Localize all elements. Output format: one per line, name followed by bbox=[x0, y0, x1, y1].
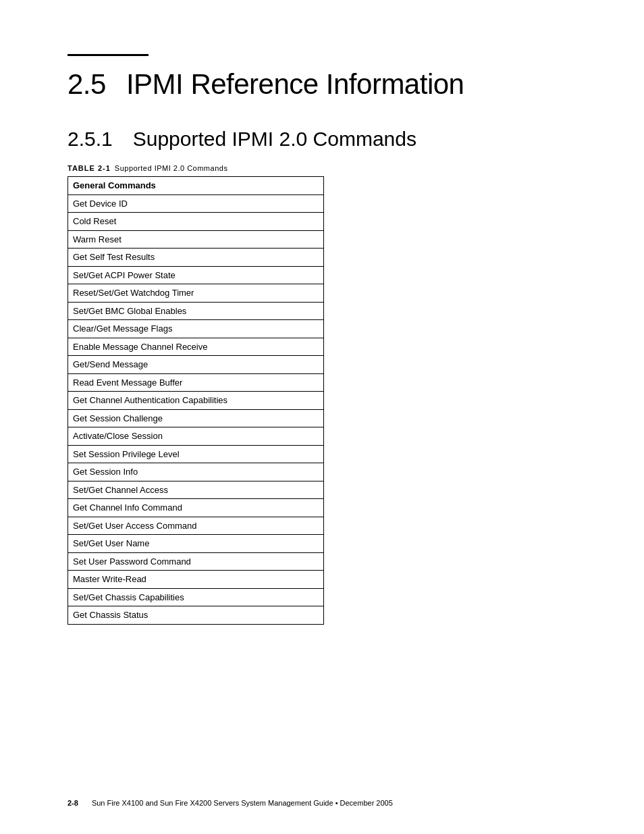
table-row: Activate/Close Session bbox=[68, 427, 324, 446]
page-container: 2.5IPMI Reference Information 2.5.1Suppo… bbox=[0, 0, 644, 665]
table-row: Set/Get Chassis Capabilities bbox=[68, 588, 324, 606]
table-row: Set/Get User Name bbox=[68, 535, 324, 553]
table-cell: Get Channel Info Command bbox=[68, 499, 324, 517]
table-cell: Set/Get ACPI Power State bbox=[68, 266, 324, 284]
section-title: 2.5.1Supported IPMI 2.0 Commands bbox=[68, 128, 576, 151]
table-cell: Reset/Set/Get Watchdog Timer bbox=[68, 284, 324, 303]
table-cell: Set Session Privilege Level bbox=[68, 445, 324, 463]
table-cell: Get Session Info bbox=[68, 463, 324, 481]
table-row: Get Chassis Status bbox=[68, 606, 324, 625]
table-cell: Get Channel Authentication Capabilities bbox=[68, 392, 324, 410]
section-title-text: Supported IPMI 2.0 Commands bbox=[133, 128, 417, 150]
chapter-title-text: IPMI Reference Information bbox=[126, 68, 464, 100]
table-cell: Warm Reset bbox=[68, 230, 324, 249]
table-cell: Cold Reset bbox=[68, 213, 324, 231]
table-row: Get Session Challenge bbox=[68, 409, 324, 427]
table-cell: Read Event Message Buffer bbox=[68, 373, 324, 392]
table-cell: Set User Password Command bbox=[68, 552, 324, 571]
chapter-title: 2.5IPMI Reference Information bbox=[68, 68, 576, 101]
top-rule bbox=[68, 54, 149, 56]
table-row: Reset/Set/Get Watchdog Timer bbox=[68, 284, 324, 303]
table-row: Master Write-Read bbox=[68, 571, 324, 589]
table-cell: Get Device ID bbox=[68, 194, 324, 213]
table-row: Set/Get Channel Access bbox=[68, 481, 324, 499]
table-caption-label: TABLE 2-1 bbox=[68, 164, 111, 172]
table-header: General Commands bbox=[68, 177, 324, 195]
table-row: Get Session Info bbox=[68, 463, 324, 481]
section-num: 2.5.1 bbox=[68, 128, 113, 150]
table-row: Read Event Message Buffer bbox=[68, 373, 324, 392]
table-cell: Get Session Challenge bbox=[68, 409, 324, 427]
table-cell: Set/Get Channel Access bbox=[68, 481, 324, 499]
table-cell: Enable Message Channel Receive bbox=[68, 338, 324, 356]
table-cell: Set/Get User Name bbox=[68, 535, 324, 553]
table-row: Clear/Get Message Flags bbox=[68, 320, 324, 338]
table-row: Cold Reset bbox=[68, 213, 324, 231]
table-cell: Set/Get User Access Command bbox=[68, 517, 324, 535]
table-cell: Get/Send Message bbox=[68, 356, 324, 374]
table-row: Enable Message Channel Receive bbox=[68, 338, 324, 356]
table-row: Set Session Privilege Level bbox=[68, 445, 324, 463]
table-cell: Get Self Test Results bbox=[68, 249, 324, 267]
table-row: Get Channel Info Command bbox=[68, 499, 324, 517]
table-row: Get Channel Authentication Capabilities bbox=[68, 392, 324, 410]
table-cell: Clear/Get Message Flags bbox=[68, 320, 324, 338]
commands-table: General CommandsGet Device IDCold ResetW… bbox=[68, 176, 324, 625]
table-caption-text: Supported IPMI 2.0 Commands bbox=[115, 164, 228, 172]
table-row: Set/Get BMC Global Enables bbox=[68, 302, 324, 320]
table-row: Set/Get ACPI Power State bbox=[68, 266, 324, 284]
footer-text: Sun Fire X4100 and Sun Fire X4200 Server… bbox=[92, 799, 393, 807]
table-row: Set/Get User Access Command bbox=[68, 517, 324, 535]
table-cell: Master Write-Read bbox=[68, 571, 324, 589]
footer-page-ref: 2-8 bbox=[68, 799, 78, 807]
chapter-num: 2.5 bbox=[68, 68, 106, 100]
footer: 2-8 Sun Fire X4100 and Sun Fire X4200 Se… bbox=[68, 799, 576, 807]
table-row: Get Device ID bbox=[68, 194, 324, 213]
table-row: Warm Reset bbox=[68, 230, 324, 249]
table-caption: TABLE 2-1Supported IPMI 2.0 Commands bbox=[68, 164, 576, 172]
table-row: Get Self Test Results bbox=[68, 249, 324, 267]
table-cell: Set/Get Chassis Capabilities bbox=[68, 588, 324, 606]
table-cell: Set/Get BMC Global Enables bbox=[68, 302, 324, 320]
table-cell: Activate/Close Session bbox=[68, 427, 324, 446]
table-cell: Get Chassis Status bbox=[68, 606, 324, 625]
table-row: Get/Send Message bbox=[68, 356, 324, 374]
table-row: Set User Password Command bbox=[68, 552, 324, 571]
